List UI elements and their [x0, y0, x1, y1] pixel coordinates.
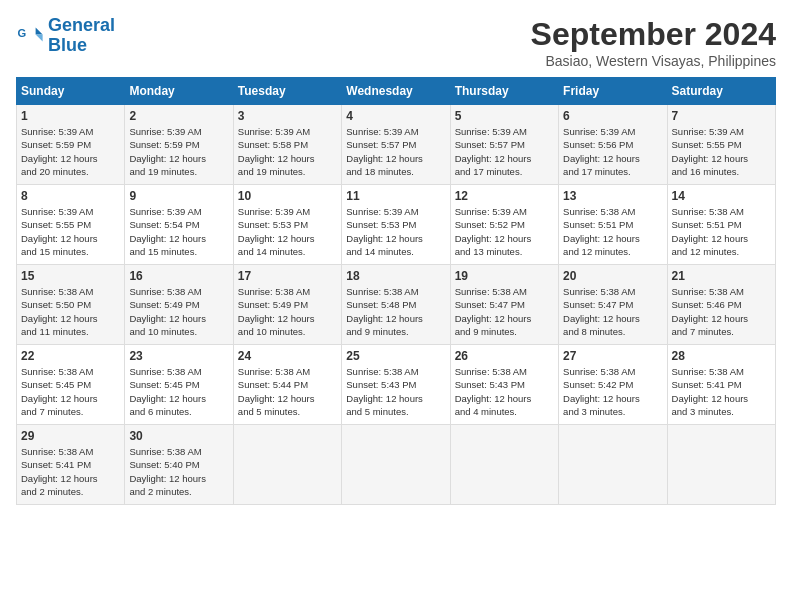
cell-info: Sunrise: 5:38 AM Sunset: 5:48 PM Dayligh…	[346, 285, 445, 338]
day-number: 13	[563, 189, 662, 203]
day-number: 24	[238, 349, 337, 363]
cell-info: Sunrise: 5:39 AM Sunset: 5:57 PM Dayligh…	[346, 125, 445, 178]
cell-info: Sunrise: 5:38 AM Sunset: 5:51 PM Dayligh…	[672, 205, 771, 258]
calendar-cell: 14Sunrise: 5:38 AM Sunset: 5:51 PM Dayli…	[667, 185, 775, 265]
calendar-cell: 25Sunrise: 5:38 AM Sunset: 5:43 PM Dayli…	[342, 345, 450, 425]
calendar-cell: 26Sunrise: 5:38 AM Sunset: 5:43 PM Dayli…	[450, 345, 558, 425]
page-header: G General Blue September 2024 Basiao, We…	[16, 16, 776, 69]
header-cell-monday: Monday	[125, 78, 233, 105]
header-cell-tuesday: Tuesday	[233, 78, 341, 105]
day-number: 16	[129, 269, 228, 283]
day-number: 19	[455, 269, 554, 283]
header-cell-sunday: Sunday	[17, 78, 125, 105]
day-number: 21	[672, 269, 771, 283]
cell-info: Sunrise: 5:39 AM Sunset: 5:54 PM Dayligh…	[129, 205, 228, 258]
title-area: September 2024 Basiao, Western Visayas, …	[531, 16, 776, 69]
day-number: 12	[455, 189, 554, 203]
logo: G General Blue	[16, 16, 115, 56]
month-title: September 2024	[531, 16, 776, 53]
cell-info: Sunrise: 5:38 AM Sunset: 5:47 PM Dayligh…	[563, 285, 662, 338]
day-number: 8	[21, 189, 120, 203]
day-number: 4	[346, 109, 445, 123]
calendar-cell: 4Sunrise: 5:39 AM Sunset: 5:57 PM Daylig…	[342, 105, 450, 185]
day-number: 9	[129, 189, 228, 203]
calendar-cell: 29Sunrise: 5:38 AM Sunset: 5:41 PM Dayli…	[17, 425, 125, 505]
day-number: 23	[129, 349, 228, 363]
calendar-cell: 13Sunrise: 5:38 AM Sunset: 5:51 PM Dayli…	[559, 185, 667, 265]
calendar-cell	[667, 425, 775, 505]
header-cell-saturday: Saturday	[667, 78, 775, 105]
logo-line2: Blue	[48, 35, 87, 55]
calendar-cell: 7Sunrise: 5:39 AM Sunset: 5:55 PM Daylig…	[667, 105, 775, 185]
day-number: 10	[238, 189, 337, 203]
cell-info: Sunrise: 5:38 AM Sunset: 5:43 PM Dayligh…	[346, 365, 445, 418]
calendar-cell	[450, 425, 558, 505]
calendar-header: SundayMondayTuesdayWednesdayThursdayFrid…	[17, 78, 776, 105]
calendar-cell: 11Sunrise: 5:39 AM Sunset: 5:53 PM Dayli…	[342, 185, 450, 265]
svg-text:G: G	[17, 27, 26, 39]
day-number: 15	[21, 269, 120, 283]
calendar-cell: 30Sunrise: 5:38 AM Sunset: 5:40 PM Dayli…	[125, 425, 233, 505]
svg-marker-1	[36, 27, 43, 34]
header-row: SundayMondayTuesdayWednesdayThursdayFrid…	[17, 78, 776, 105]
cell-info: Sunrise: 5:38 AM Sunset: 5:43 PM Dayligh…	[455, 365, 554, 418]
day-number: 2	[129, 109, 228, 123]
week-row-5: 29Sunrise: 5:38 AM Sunset: 5:41 PM Dayli…	[17, 425, 776, 505]
calendar-cell	[233, 425, 341, 505]
cell-info: Sunrise: 5:38 AM Sunset: 5:45 PM Dayligh…	[21, 365, 120, 418]
cell-info: Sunrise: 5:38 AM Sunset: 5:50 PM Dayligh…	[21, 285, 120, 338]
day-number: 30	[129, 429, 228, 443]
calendar-cell: 6Sunrise: 5:39 AM Sunset: 5:56 PM Daylig…	[559, 105, 667, 185]
day-number: 28	[672, 349, 771, 363]
calendar-cell: 9Sunrise: 5:39 AM Sunset: 5:54 PM Daylig…	[125, 185, 233, 265]
cell-info: Sunrise: 5:38 AM Sunset: 5:44 PM Dayligh…	[238, 365, 337, 418]
day-number: 5	[455, 109, 554, 123]
calendar-cell	[342, 425, 450, 505]
calendar-cell: 12Sunrise: 5:39 AM Sunset: 5:52 PM Dayli…	[450, 185, 558, 265]
header-cell-friday: Friday	[559, 78, 667, 105]
calendar-cell: 18Sunrise: 5:38 AM Sunset: 5:48 PM Dayli…	[342, 265, 450, 345]
cell-info: Sunrise: 5:38 AM Sunset: 5:41 PM Dayligh…	[672, 365, 771, 418]
day-number: 1	[21, 109, 120, 123]
logo-line1: General	[48, 15, 115, 35]
calendar-cell: 2Sunrise: 5:39 AM Sunset: 5:59 PM Daylig…	[125, 105, 233, 185]
calendar-cell: 10Sunrise: 5:39 AM Sunset: 5:53 PM Dayli…	[233, 185, 341, 265]
day-number: 11	[346, 189, 445, 203]
cell-info: Sunrise: 5:39 AM Sunset: 5:57 PM Dayligh…	[455, 125, 554, 178]
calendar-cell: 16Sunrise: 5:38 AM Sunset: 5:49 PM Dayli…	[125, 265, 233, 345]
cell-info: Sunrise: 5:39 AM Sunset: 5:53 PM Dayligh…	[238, 205, 337, 258]
day-number: 14	[672, 189, 771, 203]
calendar-body: 1Sunrise: 5:39 AM Sunset: 5:59 PM Daylig…	[17, 105, 776, 505]
calendar-cell: 24Sunrise: 5:38 AM Sunset: 5:44 PM Dayli…	[233, 345, 341, 425]
week-row-4: 22Sunrise: 5:38 AM Sunset: 5:45 PM Dayli…	[17, 345, 776, 425]
cell-info: Sunrise: 5:38 AM Sunset: 5:49 PM Dayligh…	[238, 285, 337, 338]
calendar-cell: 23Sunrise: 5:38 AM Sunset: 5:45 PM Dayli…	[125, 345, 233, 425]
calendar-cell	[559, 425, 667, 505]
location-title: Basiao, Western Visayas, Philippines	[531, 53, 776, 69]
day-number: 18	[346, 269, 445, 283]
cell-info: Sunrise: 5:39 AM Sunset: 5:58 PM Dayligh…	[238, 125, 337, 178]
calendar-cell: 3Sunrise: 5:39 AM Sunset: 5:58 PM Daylig…	[233, 105, 341, 185]
calendar-cell: 8Sunrise: 5:39 AM Sunset: 5:55 PM Daylig…	[17, 185, 125, 265]
cell-info: Sunrise: 5:38 AM Sunset: 5:46 PM Dayligh…	[672, 285, 771, 338]
header-cell-thursday: Thursday	[450, 78, 558, 105]
cell-info: Sunrise: 5:39 AM Sunset: 5:56 PM Dayligh…	[563, 125, 662, 178]
cell-info: Sunrise: 5:39 AM Sunset: 5:55 PM Dayligh…	[672, 125, 771, 178]
cell-info: Sunrise: 5:38 AM Sunset: 5:41 PM Dayligh…	[21, 445, 120, 498]
day-number: 3	[238, 109, 337, 123]
calendar-cell: 21Sunrise: 5:38 AM Sunset: 5:46 PM Dayli…	[667, 265, 775, 345]
calendar-cell: 20Sunrise: 5:38 AM Sunset: 5:47 PM Dayli…	[559, 265, 667, 345]
calendar-cell: 19Sunrise: 5:38 AM Sunset: 5:47 PM Dayli…	[450, 265, 558, 345]
day-number: 25	[346, 349, 445, 363]
week-row-3: 15Sunrise: 5:38 AM Sunset: 5:50 PM Dayli…	[17, 265, 776, 345]
cell-info: Sunrise: 5:39 AM Sunset: 5:52 PM Dayligh…	[455, 205, 554, 258]
day-number: 17	[238, 269, 337, 283]
calendar-cell: 15Sunrise: 5:38 AM Sunset: 5:50 PM Dayli…	[17, 265, 125, 345]
svg-marker-2	[36, 34, 43, 41]
day-number: 29	[21, 429, 120, 443]
cell-info: Sunrise: 5:38 AM Sunset: 5:40 PM Dayligh…	[129, 445, 228, 498]
week-row-1: 1Sunrise: 5:39 AM Sunset: 5:59 PM Daylig…	[17, 105, 776, 185]
cell-info: Sunrise: 5:39 AM Sunset: 5:53 PM Dayligh…	[346, 205, 445, 258]
cell-info: Sunrise: 5:39 AM Sunset: 5:59 PM Dayligh…	[129, 125, 228, 178]
calendar-cell: 5Sunrise: 5:39 AM Sunset: 5:57 PM Daylig…	[450, 105, 558, 185]
